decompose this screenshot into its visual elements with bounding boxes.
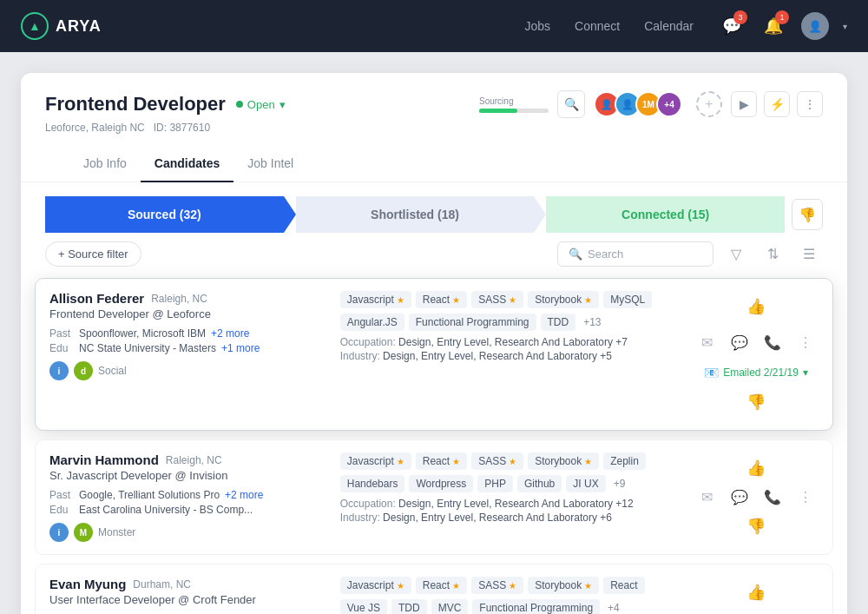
- logo-text: ARYA: [56, 17, 102, 36]
- job-header: Frontend Developer Open ▾ Sourcing 🔍: [21, 73, 847, 182]
- sort-icon-button[interactable]: ⇅: [759, 240, 786, 267]
- email-icon-3[interactable]: ✉: [694, 609, 720, 615]
- candidate-occ-1: Occupation: Design, Entry Level, Researc…: [340, 336, 676, 348]
- meta-past-2: Past Google, Trelliant Solutions Pro +2 …: [49, 489, 330, 501]
- job-card: Frontend Developer Open ▾ Sourcing 🔍: [21, 73, 847, 614]
- candidate-meta-1: Past Spoonflower, Microsoft IBM +2 more …: [49, 327, 330, 354]
- expand-emailed-icon[interactable]: ▾: [803, 366, 808, 379]
- nav-links: Jobs Connect Calendar: [524, 19, 694, 33]
- candidate-name-row-2: Marvin Hammond Raleigh, NC: [49, 452, 330, 467]
- phone-icon-1[interactable]: 📞: [760, 329, 786, 355]
- tag-sass-2: SASS ★: [471, 452, 523, 470]
- candidate-name-3: Evan Myung: [49, 577, 126, 591]
- candidate-location-1: Raleigh, NC: [151, 293, 207, 305]
- header-action-icons: ▶ ⚡ ⋮: [731, 91, 823, 117]
- emailed-icon-1: 📧: [704, 366, 719, 380]
- tag-more-2: +9: [610, 475, 629, 492]
- lightning-icon-button[interactable]: ⚡: [764, 91, 790, 117]
- candidates-list: Allison Federer Raleigh, NC Frontend Dev…: [21, 278, 847, 614]
- candidate-left-1: Allison Federer Raleigh, NC Frontend Dev…: [49, 291, 330, 418]
- message-icon-2[interactable]: 💬: [727, 485, 753, 511]
- email-icon-1[interactable]: ✉: [694, 329, 720, 355]
- tag-react2-3: React: [603, 577, 644, 594]
- social-icon-1a: i: [49, 361, 69, 380]
- tag-tdd-3: TDD: [391, 599, 427, 614]
- candidate-industry-1: Industry: Design, Entry Level, Research …: [340, 350, 676, 362]
- job-status-badge[interactable]: Open ▾: [236, 98, 286, 111]
- job-company: Leoforce, Raleigh NC: [45, 122, 145, 134]
- job-title-right: Sourcing 🔍 👤 👤 1M +4 + ▶: [479, 90, 823, 118]
- chat-icon-button[interactable]: 💬 3: [718, 12, 746, 40]
- message-icon-1[interactable]: 💬: [727, 329, 753, 355]
- avatar-4: +4: [656, 91, 682, 117]
- filter-right: 🔍 Search ▽ ⇅ ☰: [557, 240, 823, 267]
- tag-js-3: Javascript ★: [340, 577, 411, 594]
- tag-react-3: React ★: [416, 577, 467, 594]
- tag-zeplin-2: Zeplin: [603, 452, 646, 470]
- tag-php-2: PHP: [477, 475, 513, 492]
- more-options-button[interactable]: ⋮: [797, 91, 823, 117]
- more-icon-2[interactable]: ⋮: [792, 485, 819, 511]
- candidate-name-1: Allison Federer: [49, 291, 144, 306]
- pipeline-shortlisted[interactable]: Shortlisted (18): [296, 196, 535, 233]
- dislike-button-1[interactable]: 👎: [740, 386, 772, 418]
- candidate-name-row-3: Evan Myung Durham, NC: [49, 577, 330, 591]
- tag-js-2: Javascript ★: [340, 452, 411, 470]
- like-button-1[interactable]: 👍: [740, 291, 772, 322]
- social-label-2: Monster: [98, 526, 135, 538]
- pipeline-chevron-1: [284, 196, 296, 233]
- tab-job-intel[interactable]: Job Intel: [233, 146, 307, 182]
- message-icon-3[interactable]: 💬: [727, 609, 753, 615]
- nav-connect[interactable]: Connect: [575, 19, 620, 33]
- logo[interactable]: ▲ ARYA: [21, 12, 102, 40]
- candidate-search-box[interactable]: 🔍 Search: [557, 241, 713, 267]
- candidate-right-2: 👍 ✉ 💬 📞 ⋮ 👎: [687, 452, 819, 542]
- meta-edu-2: Edu East Carolina University - BS Comp..…: [49, 504, 330, 516]
- pipeline-chevron-2: [534, 196, 546, 233]
- more-icon-1[interactable]: ⋮: [792, 329, 819, 355]
- filter-icon-button[interactable]: ▽: [722, 240, 750, 267]
- phone-icon-3[interactable]: 📞: [760, 609, 786, 615]
- video-icon-button[interactable]: ▶: [731, 91, 757, 117]
- add-team-member-button[interactable]: +: [696, 91, 722, 117]
- notification-icon-button[interactable]: 🔔 1: [760, 12, 787, 40]
- nav-jobs[interactable]: Jobs: [524, 19, 550, 33]
- like-button-2[interactable]: 👍: [740, 452, 772, 484]
- more-icon-3[interactable]: ⋮: [792, 609, 819, 615]
- top-navigation: ▲ ARYA Jobs Connect Calendar 💬 3 🔔 1 👤 ▾: [0, 0, 868, 52]
- tab-job-info[interactable]: Job Info: [69, 146, 141, 182]
- filter-bar: + Source filter 🔍 Search ▽ ⇅ ☰: [21, 233, 847, 278]
- job-title-left: Frontend Developer Open ▾: [45, 93, 286, 116]
- job-title: Frontend Developer: [45, 93, 226, 116]
- tag-fp-1: Functional Programming: [409, 314, 536, 331]
- candidate-location-2: Raleigh, NC: [166, 454, 222, 466]
- chat-badge: 3: [733, 10, 747, 24]
- pipeline-connected[interactable]: Connected (15): [546, 196, 785, 233]
- tags-row-1b: Angular.JS Functional Programming TDD +1…: [340, 314, 676, 331]
- email-icon-2[interactable]: ✉: [694, 485, 720, 511]
- notification-badge: 1: [775, 10, 789, 24]
- list-icon-button[interactable]: ☰: [795, 240, 823, 267]
- candidate-left-3: Evan Myung Durham, NC User Interface Dev…: [49, 577, 330, 614]
- search-icon: 🔍: [569, 248, 582, 261]
- user-avatar[interactable]: 👤: [801, 12, 829, 40]
- sourcing-label: Sourcing: [479, 96, 513, 106]
- phone-icon-2[interactable]: 📞: [760, 485, 786, 511]
- status-label: Open: [247, 98, 275, 111]
- emailed-row-1: 📧 Emailed 2/21/19 ▾: [704, 366, 808, 380]
- meta-edu-1: Edu NC State University - Masters +1 mor…: [49, 342, 330, 354]
- pipeline-sourced[interactable]: Sourced (32): [45, 196, 284, 233]
- source-filter-button[interactable]: + Source filter: [45, 241, 141, 267]
- nav-calendar[interactable]: Calendar: [644, 19, 694, 33]
- candidate-card-1: Allison Federer Raleigh, NC Frontend Dev…: [35, 278, 833, 431]
- sourcing-search-button[interactable]: 🔍: [557, 90, 585, 118]
- tag-sass-3: SASS ★: [471, 577, 523, 594]
- nav-icons: 💬 3 🔔 1 👤 ▾: [718, 12, 847, 40]
- tag-mysql-1: MySQL: [603, 291, 652, 308]
- dislike-button-2[interactable]: 👎: [740, 511, 772, 542]
- tag-sass-1: SASS ★: [471, 291, 523, 308]
- candidate-card-2: Marvin Hammond Raleigh, NC Sr. Javascrip…: [35, 439, 833, 555]
- like-button-3[interactable]: 👍: [740, 577, 772, 608]
- tab-candidates[interactable]: Candidates: [141, 146, 233, 182]
- pipeline-dislike-button[interactable]: 👎: [792, 199, 823, 230]
